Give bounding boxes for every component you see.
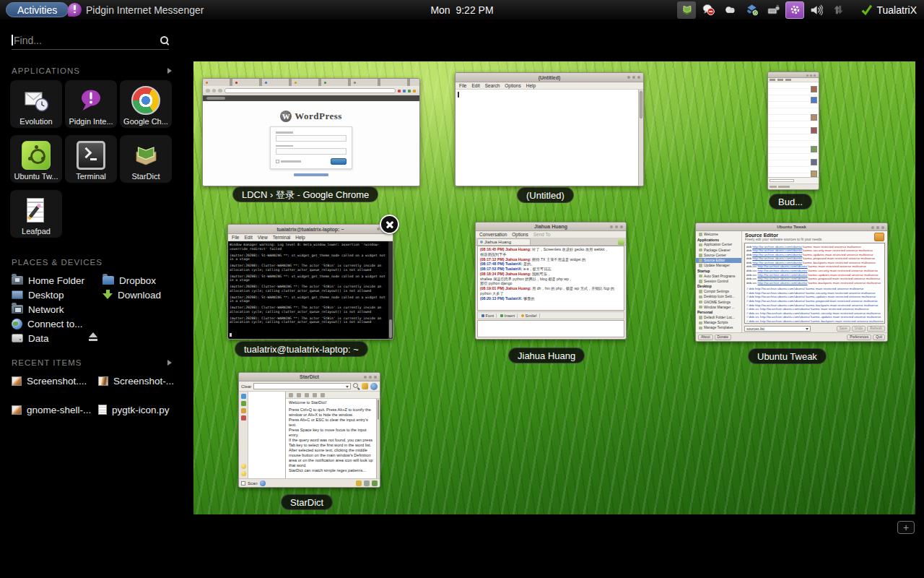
chat-message: (08:18:34 PM) Jiahua Huang: 我刚可乐， xyxy=(480,272,619,277)
tweak-nav-item: Startup xyxy=(696,268,741,273)
bookmark-item xyxy=(206,97,225,100)
place-desktop[interactable]: Desktop xyxy=(12,289,64,301)
chat-message: shallea 保这些跨界 python 折腾以，blog 都是 php wp， xyxy=(480,277,619,282)
close-window-button[interactable] xyxy=(380,215,399,234)
package-icon xyxy=(874,233,884,241)
app-menu[interactable]: Pidgin Internet Messenger xyxy=(68,2,204,17)
pidgin-status-tray-icon[interactable] xyxy=(699,1,718,19)
window-thumbnail-chat[interactable]: Jiahua Huang Conversation Options Send T… xyxy=(475,222,627,340)
editor-button: Refresh xyxy=(867,326,885,332)
username-label-bar xyxy=(276,131,293,134)
desktop-icon xyxy=(12,290,23,299)
tweak-nav-item: Manage Scripts xyxy=(696,320,741,325)
editor-button: Undo xyxy=(852,326,866,332)
window-thumbnail-chrome[interactable]: W WordPress xyxy=(202,78,420,186)
word-list xyxy=(248,392,286,478)
window-thumbnail-ubuntu-tweak[interactable]: Ubuntu Tweak WelcomeApplicationsApplicat… xyxy=(695,223,888,342)
recent-item[interactable]: gnome-shell-... xyxy=(12,404,91,415)
cloud-sync-tray-icon[interactable] xyxy=(720,1,739,19)
bottom-button: Donate xyxy=(715,335,731,340)
user-menu[interactable]: TualatriX xyxy=(858,0,920,20)
word-input xyxy=(253,383,351,389)
recent-item[interactable]: Screenshot.... xyxy=(12,375,87,387)
app-label: Leafpad xyxy=(22,227,51,236)
definition-paragraph: If the query word was not found, you can… xyxy=(289,438,374,448)
definition-paragraph: StarDict can match simple regex patterns… xyxy=(289,468,374,473)
user-name: TualatriX xyxy=(876,4,917,16)
window-label-ubuntu-tweak: Ubuntu Tweak xyxy=(748,348,827,364)
tweak-nav-item: Personal xyxy=(696,310,741,315)
extension-icons xyxy=(398,90,401,92)
app-tile-ubuntu-tweak[interactable]: Ubuntu Tw... xyxy=(10,135,62,183)
menubar: FileEditViewTerminalHelp xyxy=(228,234,393,241)
app-tile-terminal[interactable]: Terminal xyxy=(65,135,117,183)
network-updown-icon[interactable] xyxy=(829,1,847,19)
definition-paragraph: Press Alt+C or ESC to clear the input en… xyxy=(289,418,374,428)
panel-title: Source Editor xyxy=(745,233,884,238)
definition-area: Welcome to StarDict! Press Ctrl+Q to qui… xyxy=(286,399,380,478)
add-workspace-button[interactable]: + xyxy=(897,521,915,534)
tweak-nav-item: Source Editor xyxy=(696,258,741,263)
search-field[interactable] xyxy=(12,31,169,50)
search-input[interactable] xyxy=(14,35,160,46)
recent-item[interactable]: Screenshot-... xyxy=(98,375,174,387)
app-tile-stardict[interactable]: StarDict xyxy=(120,135,172,183)
app-tile-leafpad[interactable]: Leafpad xyxy=(10,190,62,238)
window-thumbnail-terminal[interactable]: tualatrix@tualatrix-laptop: ~ FileEditVi… xyxy=(227,224,393,340)
buddy-avatar xyxy=(811,171,817,177)
dropbox-tray-icon[interactable] xyxy=(742,1,761,19)
formatting-toolbar: FontInsertSmile! xyxy=(477,311,624,319)
globe-icon xyxy=(12,319,22,329)
window-thumbnail-leafpad[interactable]: (Untitled) FileEditSearchOptionsHelp xyxy=(455,72,644,186)
app-tile-pidgin[interactable]: Pidgin Inte... xyxy=(65,80,117,128)
buddy-avatar xyxy=(811,86,817,92)
recent-item[interactable]: pygtk-icon.py xyxy=(98,404,170,415)
wordpress-logo: W WordPress xyxy=(280,111,342,122)
window-thumbnail-buddy-list[interactable] xyxy=(767,72,819,190)
activities-button[interactable]: Activities xyxy=(6,2,69,17)
expand-arrow-icon[interactable] xyxy=(167,68,172,74)
drive-icon xyxy=(12,334,23,342)
statusbar xyxy=(768,184,819,189)
menu-item: File xyxy=(232,235,239,240)
places-header: PLACES & DEVICES xyxy=(12,258,172,267)
chrome-tab-strip xyxy=(203,79,419,86)
eject-icon[interactable] xyxy=(88,332,98,341)
app-tile-chrome[interactable]: Google Ch... xyxy=(120,80,172,128)
input-method-keyboard-icon[interactable] xyxy=(764,1,783,19)
login-form xyxy=(270,126,352,169)
system-tray: TualatriX xyxy=(674,0,920,20)
volume-icon[interactable] xyxy=(807,1,826,19)
tweak-nav-item: Source Center xyxy=(696,253,741,258)
back-to-site-link-bar xyxy=(294,173,328,176)
definition-paragraph: Welcome to StarDict! xyxy=(289,400,374,405)
tweak-sidebar: WelcomeApplicationsApplication CenterPac… xyxy=(696,231,742,332)
buddy-avatar xyxy=(811,146,817,152)
place-data-volume[interactable]: Data xyxy=(12,332,49,344)
place-home-folder[interactable]: Home Folder xyxy=(12,275,84,286)
pidgin-icon xyxy=(77,86,105,115)
definition-toolbar xyxy=(286,392,380,399)
place-network[interactable]: Network xyxy=(12,303,64,315)
place-connect-to[interactable]: Connect to... xyxy=(12,318,83,329)
expand-arrow-icon[interactable] xyxy=(167,360,172,366)
buddy-avatar xyxy=(811,159,817,165)
tweak-nav-item: Manage Templates xyxy=(696,325,741,330)
place-dropbox[interactable]: Dropbox xyxy=(103,275,156,286)
help-icon xyxy=(370,383,378,390)
scrollbar xyxy=(376,399,380,478)
password-label-bar xyxy=(276,145,293,147)
window-thumbnail-stardict[interactable]: StarDict Clear xyxy=(238,372,380,488)
menu-item: Options xyxy=(505,83,520,88)
scrollbar xyxy=(388,241,393,339)
place-download[interactable]: Download xyxy=(103,289,161,301)
menu-item: Edit xyxy=(244,235,252,240)
recent-items-header: RECENT ITEMS xyxy=(12,358,172,367)
conversation-tabs: Jiahua Huang xyxy=(476,238,626,246)
app-tile-evolution[interactable]: Evolution xyxy=(10,80,62,128)
window-controls xyxy=(814,74,816,77)
tweak-nav-item: Welcome xyxy=(696,232,741,237)
definition-paragraph: Press Space key to move focus to the inp… xyxy=(289,428,374,438)
ibus-gear-tray-icon[interactable] xyxy=(785,1,804,19)
stardict-tray-icon[interactable] xyxy=(677,1,696,19)
